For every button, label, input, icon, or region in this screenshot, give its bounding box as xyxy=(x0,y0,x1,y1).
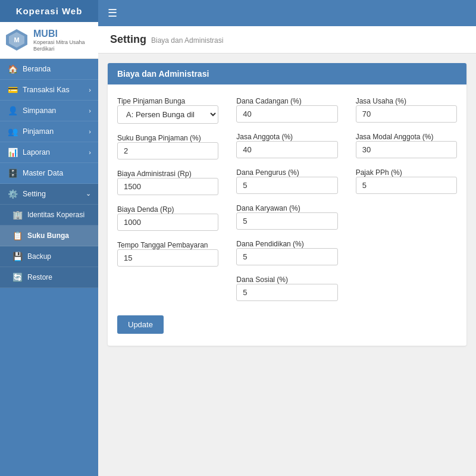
sidebar-item-backup[interactable]: 💾 Backup xyxy=(0,246,98,267)
sidebar-item-label: Restore xyxy=(27,273,52,281)
suku-bunga-label: Suku Bunga Pinjaman (%) xyxy=(117,134,201,142)
form-group-dana-pendidikan: Dana Pendidikan (%) xyxy=(236,239,337,265)
tipe-pinjaman-select[interactable]: A: Persen Bunga dikali angsuran bln B: F… xyxy=(117,105,218,124)
sidebar-item-restore[interactable]: 🔄 Restore xyxy=(0,267,98,288)
form-group-suku-bunga: Suku Bunga Pinjaman (%) xyxy=(117,133,218,159)
jasa-usaha-input[interactable] xyxy=(356,105,457,123)
dana-cadangan-label: Dana Cadangan (%) xyxy=(236,97,301,105)
form-col-2: Dana Cadangan (%) Jasa Anggota (%) Dana … xyxy=(236,96,337,311)
form-group-biaya-administrasi: Biaya Administrasi (Rp) xyxy=(117,169,218,195)
jasa-modal-input[interactable] xyxy=(356,141,457,158)
sidebar-item-label: Pinjaman xyxy=(23,127,54,136)
restore-icon: 🔄 xyxy=(12,273,23,282)
content-area: Setting Biaya dan Administrasi Biaya dan… xyxy=(98,26,476,476)
dana-karyawan-input[interactable] xyxy=(236,212,337,230)
laporan-icon: 📊 xyxy=(7,148,18,157)
backup-icon: 💾 xyxy=(12,252,23,261)
dana-pendidikan-label: Dana Pendidikan (%) xyxy=(236,240,303,248)
master-data-icon: 🗄️ xyxy=(7,168,18,178)
form-group-dana-pengurus: Dana Pengurus (%) xyxy=(236,168,337,194)
form-col-3: Jasa Usaha (%) Jasa Modal Anggota (%) Pa… xyxy=(356,96,457,311)
sidebar-item-master-data[interactable]: 🗄️ Master Data xyxy=(0,163,98,184)
sidebar-item-label: Identitas Koperasi xyxy=(27,211,84,219)
setting-submenu: 🏢 Identitas Koperasi 📋 Suku Bunga 💾 Back… xyxy=(0,205,98,288)
main-content: ☰ Setting Biaya dan Administrasi Biaya d… xyxy=(98,0,476,476)
sidebar-item-setting[interactable]: ⚙️ Setting ⌄ xyxy=(0,184,98,205)
tempo-tanggal-input[interactable] xyxy=(117,249,218,267)
suku-bunga-icon: 📋 xyxy=(12,231,23,240)
sidebar-item-pinjaman[interactable]: 👥 Pinjaman › xyxy=(0,121,98,142)
jasa-modal-label: Jasa Modal Anggota (%) xyxy=(356,133,434,141)
dana-cadangan-input[interactable] xyxy=(236,105,337,123)
pinjaman-icon: 👥 xyxy=(7,127,18,136)
biaya-administrasi-input[interactable] xyxy=(117,178,218,195)
form-col-1: Tipe Pinjaman Bunga A: Persen Bunga dika… xyxy=(117,96,218,311)
suku-bunga-input[interactable] xyxy=(117,142,218,159)
pajak-pph-label: Pajak PPh (%) xyxy=(356,168,402,177)
dana-pengurus-label: Dana Pengurus (%) xyxy=(236,168,299,177)
update-button[interactable]: Update xyxy=(117,315,164,334)
biaya-administrasi-label: Biaya Administrasi (Rp) xyxy=(117,170,192,178)
chevron-right-icon: › xyxy=(89,86,91,93)
dana-pengurus-input[interactable] xyxy=(236,177,337,194)
sidebar-item-label: Transaksi Kas xyxy=(23,86,70,94)
chevron-right-icon: › xyxy=(89,149,91,156)
card-header: Biaya dan Administrasi xyxy=(108,63,466,84)
form-group-tipe-pinjaman: Tipe Pinjaman Bunga A: Persen Bunga dika… xyxy=(117,96,218,124)
sidebar-item-label: Master Data xyxy=(23,169,63,177)
dana-pendidikan-input[interactable] xyxy=(236,248,337,265)
sidebar-item-beranda[interactable]: 🏠 Beranda xyxy=(0,59,98,80)
form-group-biaya-denda: Biaya Denda (Rp) xyxy=(117,205,218,231)
form-group-jasa-usaha: Jasa Usaha (%) xyxy=(356,96,457,123)
biaya-denda-label: Biaya Denda (Rp) xyxy=(117,205,174,214)
sidebar-logo-title: MUBI xyxy=(33,28,93,39)
setting-icon: ⚙️ xyxy=(7,189,18,199)
sidebar-item-identitas-koperasi[interactable]: 🏢 Identitas Koperasi xyxy=(0,205,98,226)
chevron-right-icon: › xyxy=(89,107,91,114)
sidebar-item-simpanan[interactable]: 👤 Simpanan › xyxy=(0,101,98,121)
tipe-pinjaman-label: Tipe Pinjaman Bunga xyxy=(117,97,185,105)
sidebar-logo-text: MUBI Koperasi Mitra Usaha Berdikari xyxy=(33,28,93,52)
sidebar-item-transaksi-kas[interactable]: 💳 Transaksi Kas › xyxy=(0,80,98,101)
dana-karyawan-label: Dana Karyawan (%) xyxy=(236,204,300,212)
form-group-pajak-pph: Pajak PPh (%) xyxy=(356,168,457,194)
form-group-dana-karyawan: Dana Karyawan (%) xyxy=(236,203,337,230)
sidebar-item-suku-bunga[interactable]: 📋 Suku Bunga xyxy=(0,226,98,246)
svg-text:M: M xyxy=(14,36,19,43)
page-header: Setting Biaya dan Administrasi xyxy=(98,26,476,54)
hamburger-menu-icon[interactable]: ☰ xyxy=(108,7,117,20)
form-group-dana-cadangan: Dana Cadangan (%) xyxy=(236,96,337,123)
biaya-denda-input[interactable] xyxy=(117,214,218,231)
dana-sosial-label: Dana Sosial (%) xyxy=(236,275,288,284)
sidebar-item-laporan[interactable]: 📊 Laporan › xyxy=(0,142,98,163)
form-grid: Tipe Pinjaman Bunga A: Persen Bunga dika… xyxy=(117,96,457,311)
page-title: Setting xyxy=(110,33,146,46)
form-group-jasa-anggota: Jasa Anggota (%) xyxy=(236,132,337,158)
topbar: ☰ xyxy=(98,0,476,26)
sidebar: Koperasi Web M MUBI Koperasi Mitra Usaha… xyxy=(0,0,98,476)
sidebar-item-label: Backup xyxy=(27,252,51,261)
sidebar-item-label: Simpanan xyxy=(23,107,56,115)
sidebar-item-label: Laporan xyxy=(23,148,50,156)
sidebar-logo-subtitle: Koperasi Mitra Usaha Berdikari xyxy=(33,39,93,52)
sidebar-header: Koperasi Web xyxy=(0,0,98,22)
card-body: Tipe Pinjaman Bunga A: Persen Bunga dika… xyxy=(108,84,466,346)
form-group-dana-sosial: Dana Sosial (%) xyxy=(236,275,337,301)
simpanan-icon: 👤 xyxy=(7,106,18,115)
form-group-tempo-tanggal: Tempo Tanggal Pembayaran xyxy=(117,240,218,267)
jasa-anggota-input[interactable] xyxy=(236,141,337,158)
tempo-tanggal-label: Tempo Tanggal Pembayaran xyxy=(117,241,208,249)
sidebar-logo: M MUBI Koperasi Mitra Usaha Berdikari xyxy=(0,22,98,59)
jasa-usaha-label: Jasa Usaha (%) xyxy=(356,97,406,105)
sidebar-item-label: Setting xyxy=(23,190,46,198)
jasa-anggota-label: Jasa Anggota (%) xyxy=(236,133,293,141)
chevron-right-icon: › xyxy=(89,128,91,135)
dana-sosial-input[interactable] xyxy=(236,284,337,301)
mubi-logo-icon: M xyxy=(5,28,29,52)
transaksi-icon: 💳 xyxy=(7,85,18,95)
pajak-pph-input[interactable] xyxy=(356,177,457,194)
sidebar-navigation: 🏠 Beranda 💳 Transaksi Kas › 👤 Simpanan ›… xyxy=(0,59,98,476)
form-group-jasa-modal: Jasa Modal Anggota (%) xyxy=(356,132,457,158)
home-icon: 🏠 xyxy=(7,64,18,74)
breadcrumb: Biaya dan Administrasi xyxy=(151,36,223,45)
